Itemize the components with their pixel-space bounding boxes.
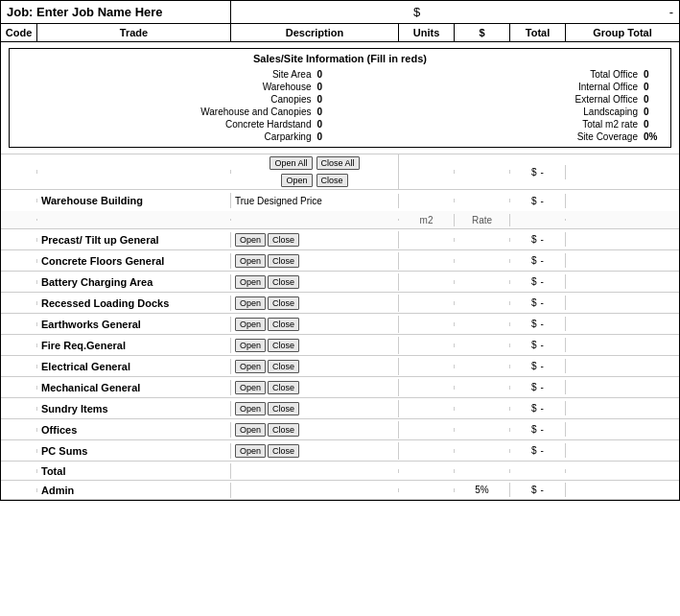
concrete-open-btn[interactable]: Open — [235, 254, 266, 268]
wh-desc: True Designed Price — [231, 194, 399, 208]
precast-dollar — [455, 238, 510, 242]
sundry-desc: Open Close — [231, 400, 399, 417]
concrete-close-btn[interactable]: Close — [268, 254, 299, 268]
m2rate-gtotal — [566, 219, 679, 221]
m2rate-desc — [231, 219, 399, 221]
fire-dollar — [455, 344, 510, 347]
open-all-button[interactable]: Open All — [270, 156, 312, 170]
concrete-dollar — [455, 259, 510, 263]
loading-open-btn[interactable]: Open — [235, 296, 266, 310]
row-concrete: Concrete Floors General Open Close $- — [1, 250, 679, 272]
sales-rlabel-3: Landscaping — [344, 107, 645, 117]
offices-desc: Open Close — [231, 421, 399, 438]
col-trade: Trade — [37, 24, 231, 41]
pcsums-trade: PC Sums — [37, 443, 231, 459]
oca-code — [1, 170, 37, 174]
elec-desc: Open Close — [231, 358, 399, 375]
total-desc — [231, 469, 399, 473]
mech-close-btn[interactable]: Close — [268, 381, 299, 394]
precast-open-btn[interactable]: Open — [235, 233, 266, 247]
pcsums-close-btn[interactable]: Close — [268, 444, 299, 458]
sales-title: Sales/Site Information (Fill in reds) — [13, 53, 667, 64]
loading-trade: Recessed Loading Docks — [37, 296, 231, 311]
close-all-button[interactable]: Close All — [317, 156, 360, 170]
m2rate-trade — [37, 219, 231, 221]
battery-close-btn[interactable]: Close — [268, 275, 299, 289]
pcsums-gtotal — [566, 449, 679, 453]
pcsums-open-btn[interactable]: Open — [235, 444, 266, 458]
m2-label: m2 — [399, 214, 455, 226]
sales-val-4: 0 — [317, 119, 337, 130]
sundry-close-btn[interactable]: Close — [268, 402, 299, 415]
admin-dollar-cell: $- — [510, 483, 566, 497]
pcsums-total: $- — [510, 443, 566, 458]
sales-label-1: Warehouse — [17, 82, 317, 92]
open-prelim-button[interactable]: Open — [281, 174, 312, 187]
offices-total: $- — [510, 422, 566, 437]
admin-desc — [231, 488, 399, 492]
main-table: Sales/Site Information (Fill in reds) Si… — [0, 41, 680, 462]
sales-right-5: Site Coverage 0% — [340, 130, 668, 143]
sundry-open-btn[interactable]: Open — [235, 402, 266, 415]
earth-open-btn[interactable]: Open — [235, 318, 266, 331]
elec-close-btn[interactable]: Close — [268, 360, 299, 373]
elec-code — [1, 365, 37, 368]
sales-label-0: Site Area — [17, 69, 317, 80]
sales-left-2: Canopies 0 — [13, 93, 340, 106]
battery-open-btn[interactable]: Open — [235, 275, 266, 289]
sales-box: Sales/Site Information (Fill in reds) Si… — [9, 48, 671, 148]
mech-desc: Open Close — [231, 379, 399, 396]
earth-code — [1, 322, 37, 326]
sales-val-3: 0 — [317, 107, 337, 117]
open-close-all-row: Open All Close All Open Close $- — [1, 154, 679, 190]
sales-left-col: Site Area 0 Warehouse 0 Canopies 0 Wareh… — [13, 68, 340, 143]
fire-close-btn[interactable]: Close — [268, 339, 299, 352]
mech-units — [399, 386, 455, 390]
earth-close-btn[interactable]: Close — [268, 318, 299, 331]
total-dollar — [455, 469, 510, 473]
row-offices: Offices Open Close $- — [1, 419, 679, 440]
fire-total: $- — [510, 338, 566, 352]
admin-gtotal — [566, 488, 679, 492]
fire-desc: Open Close — [231, 337, 399, 354]
col-total: Total — [510, 24, 566, 41]
fire-open-btn[interactable]: Open — [235, 339, 266, 352]
col-dollar: $ — [455, 24, 510, 41]
earth-units — [399, 322, 455, 326]
offices-close-btn[interactable]: Close — [268, 423, 299, 437]
sales-rval-2: 0 — [644, 94, 663, 105]
sales-rlabel-0: Total Office — [344, 69, 645, 80]
wh-units — [399, 199, 455, 202]
close-prelim-button[interactable]: Close — [317, 174, 348, 187]
sundry-code — [1, 407, 37, 411]
sales-rval-3: 0 — [644, 107, 663, 117]
sales-rval-4: 0 — [644, 119, 663, 130]
mech-open-btn[interactable]: Open — [235, 381, 266, 394]
precast-close-btn[interactable]: Close — [268, 233, 299, 247]
elec-open-btn[interactable]: Open — [235, 360, 266, 373]
offices-gtotal — [566, 428, 679, 432]
pcsums-units — [399, 449, 455, 453]
wh-trade: Warehouse Building — [37, 193, 231, 208]
sundry-gtotal — [566, 407, 679, 411]
col-code: Code — [1, 24, 37, 41]
sales-val-2: 0 — [317, 94, 337, 105]
offices-code — [1, 428, 37, 432]
loading-close-btn[interactable]: Close — [268, 296, 299, 310]
total-units — [399, 469, 455, 473]
offices-open-btn[interactable]: Open — [235, 423, 266, 437]
row-sundry: Sundry Items Open Close $- — [1, 398, 679, 419]
battery-desc: Open Close — [231, 273, 399, 291]
precast-total: $- — [510, 232, 566, 247]
row-earth: Earthworks General Open Close $- — [1, 314, 679, 335]
sales-grid: Site Area 0 Warehouse 0 Canopies 0 Wareh… — [13, 68, 667, 143]
oca-trade — [37, 170, 231, 174]
m2rate-total — [510, 219, 566, 221]
elec-trade: Electrical General — [37, 359, 231, 374]
loading-units — [399, 301, 455, 305]
mech-trade: Mechanical General — [37, 380, 231, 395]
sales-right-4: Total m2 rate 0 — [340, 118, 668, 130]
sales-left-5: Carparking 0 — [13, 130, 340, 143]
sales-rval-1: 0 — [644, 82, 663, 92]
admin-label: Admin — [37, 483, 231, 498]
